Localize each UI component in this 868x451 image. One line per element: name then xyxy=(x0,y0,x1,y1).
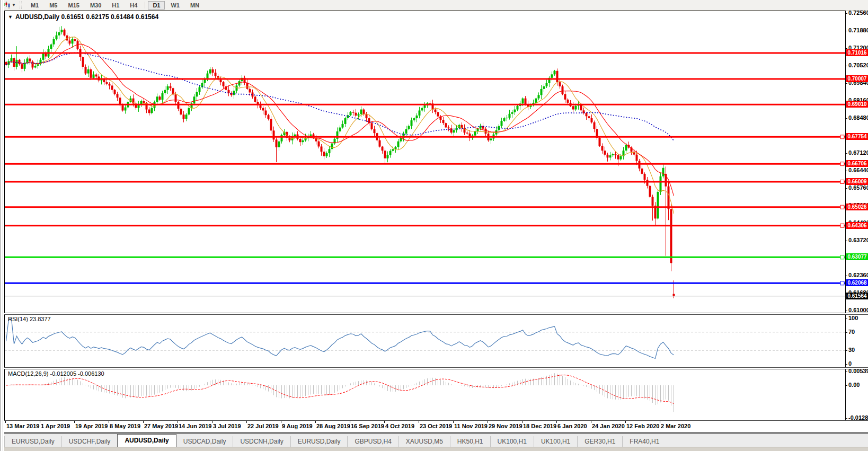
rsi-tick-mark xyxy=(845,332,847,333)
chart-tab-uk100-h1[interactable]: UK100,H1 xyxy=(490,436,534,447)
timeframe-button-mn[interactable]: MN xyxy=(185,1,204,10)
chart-tab-usdcnh-daily[interactable]: USDCNH,Daily xyxy=(233,436,290,447)
toolbar-grip[interactable] xyxy=(20,2,22,8)
macd-pane[interactable]: MACD(12,26,9) -0.012005 -0.006130 xyxy=(4,369,846,420)
chart-title-text: AUDUSD,Daily 0.61651 0.62175 0.61484 0.6… xyxy=(15,13,158,21)
chevron-down-icon[interactable]: ▼ xyxy=(12,3,16,7)
date-tick-mark xyxy=(660,421,660,423)
macd-tick-mark xyxy=(845,418,847,419)
price-level-tag[interactable]: 0.65026 xyxy=(846,204,868,210)
timeframe-button-m1[interactable]: M1 xyxy=(26,1,43,10)
price-level-tag[interactable]: 0.67754 xyxy=(846,133,868,140)
chart-tab-audusd-daily[interactable]: AUDUSD,Daily xyxy=(117,434,176,447)
price-tick-mark xyxy=(845,118,847,119)
price-level-tag[interactable]: 0.70007 xyxy=(846,75,868,82)
timeframe-toolbar: ▼ M1M5M15M30H1H4D1W1MN xyxy=(0,0,868,11)
price-level-tag[interactable]: 0.69010 xyxy=(846,101,868,108)
timeframe-button-d1[interactable]: D1 xyxy=(148,1,165,10)
timeframe-buttons: M1M5M15M30H1H4D1W1MN xyxy=(25,1,205,10)
price-tick-label: 0.68480 xyxy=(848,114,868,121)
date-tick-label: 4 Oct 2019 xyxy=(385,423,414,429)
price-tick-mark xyxy=(845,153,847,154)
chart-tab-usdchf-daily[interactable]: USDCHF,Daily xyxy=(61,436,118,447)
date-tick-label: 1 Apr 2019 xyxy=(41,423,70,429)
rsi-line xyxy=(6,319,674,359)
chart-tab-fra40-h1[interactable]: FRA40,H1 xyxy=(622,436,666,447)
chart-tab-uk100-h1[interactable]: UK100,H1 xyxy=(534,436,577,447)
rsi-tick-label: 70 xyxy=(848,329,855,335)
rsi-tick-label: 100 xyxy=(848,315,858,322)
date-tick-mark xyxy=(453,421,454,423)
pane-separator[interactable] xyxy=(1,367,868,369)
date-tick-mark xyxy=(212,421,212,423)
main-price-pane[interactable]: ▼AUDUSD,Daily 0.61651 0.62175 0.61484 0.… xyxy=(4,11,846,313)
line-handle xyxy=(840,224,844,227)
rsi-tick-label: 0 xyxy=(848,360,852,367)
price-level-tag[interactable]: 0.66706 xyxy=(846,160,868,167)
date-tick-label: 29 Nov 2019 xyxy=(489,423,522,429)
macd-tick-label: 0.00 xyxy=(848,382,860,388)
price-level-tag[interactable]: 0.62068 xyxy=(846,279,868,286)
date-tick-mark xyxy=(5,421,6,423)
current-price-tag: 0.61564 xyxy=(846,293,868,299)
chart-tab-usdcad-daily[interactable]: USDCAD,Daily xyxy=(176,436,233,447)
chart-tab-bar: EURUSD,DailyUSDCHF,DailyAUDUSD,DailyUSDC… xyxy=(0,432,868,447)
line-handle xyxy=(840,255,844,259)
rsi-tick-mark xyxy=(845,364,847,365)
date-tick-mark xyxy=(246,421,247,423)
macd-label: MACD(12,26,9) -0.012005 -0.006130 xyxy=(8,370,104,377)
line-handle xyxy=(840,180,844,184)
rsi-tick-mark xyxy=(845,319,847,319)
date-tick-label: 16 Sep 2019 xyxy=(351,423,384,429)
rsi-tick-label: 30 xyxy=(848,347,855,353)
timeframe-button-h4[interactable]: H4 xyxy=(125,1,142,10)
price-tick-label: 0.70520 xyxy=(848,62,868,69)
date-axis[interactable]: 13 Mar 20191 Apr 201919 Apr 20198 May 20… xyxy=(0,421,868,432)
price-tick-mark xyxy=(845,13,847,14)
price-level-tag[interactable]: 0.64306 xyxy=(846,222,868,229)
line-handle xyxy=(840,205,844,209)
rsi-tick-mark xyxy=(845,350,847,351)
chart-tab-eurusd-daily[interactable]: EURUSD,Daily xyxy=(290,436,348,447)
date-tick-label: 14 Jun 2019 xyxy=(179,423,211,429)
date-tick-label: 19 Apr 2019 xyxy=(75,423,108,429)
timeframe-button-m15[interactable]: M15 xyxy=(63,1,84,10)
timeframe-button-m30[interactable]: M30 xyxy=(85,1,106,10)
chart-tab-eurusd-daily[interactable]: EURUSD,Daily xyxy=(4,436,61,447)
chart-tab-hk50-h1[interactable]: HK50,H1 xyxy=(450,436,490,447)
date-tick-mark xyxy=(350,421,350,423)
price-tick-label: 0.65760 xyxy=(848,184,868,191)
line-handle xyxy=(840,281,844,285)
timeframe-button-w1[interactable]: W1 xyxy=(166,1,184,10)
date-tick-label: 2 Mar 2020 xyxy=(661,423,690,429)
date-tick-mark xyxy=(419,421,419,423)
fast-ma xyxy=(6,37,674,214)
date-tick-label: 12 Feb 2020 xyxy=(626,423,659,429)
date-tick-mark xyxy=(556,421,557,423)
rsi-pane[interactable]: RSI(14) 23.8377 xyxy=(4,315,846,367)
timeframe-button-m5[interactable]: M5 xyxy=(45,1,62,10)
date-tick-label: 11 Nov 2019 xyxy=(454,423,488,429)
macd-tick-mark xyxy=(845,385,847,386)
collapse-triangle-icon: ▼ xyxy=(8,14,13,20)
price-level-tag[interactable]: 0.63077 xyxy=(846,253,868,260)
date-tick-mark xyxy=(315,421,316,423)
date-tick-label: 27 May 2019 xyxy=(144,423,178,429)
price-level-tag[interactable]: 0.66009 xyxy=(846,178,868,185)
date-tick-mark xyxy=(591,421,591,423)
date-tick-mark xyxy=(109,421,109,423)
date-tick-mark xyxy=(625,421,626,423)
date-tick-label: 28 Aug 2019 xyxy=(316,423,350,429)
date-tick-label: 13 Mar 2019 xyxy=(6,423,39,429)
pane-separator[interactable] xyxy=(1,313,868,315)
chart-tab-ger30-h1[interactable]: GER30,H1 xyxy=(577,436,622,447)
price-tick-mark xyxy=(845,311,847,311)
price-tick-label: 0.62360 xyxy=(848,272,868,279)
price-tick-mark xyxy=(845,188,847,189)
chart-tab-gbpusd-h4[interactable]: GBPUSD,H4 xyxy=(347,436,398,447)
chart-tab-xauusd-m5[interactable]: XAUUSD,M5 xyxy=(398,436,450,447)
timeframe-button-h1[interactable]: H1 xyxy=(107,1,124,10)
price-tick-mark xyxy=(845,83,847,84)
date-tick-label: 24 Jan 2020 xyxy=(592,423,625,429)
price-level-tag[interactable]: 0.71016 xyxy=(846,49,868,56)
